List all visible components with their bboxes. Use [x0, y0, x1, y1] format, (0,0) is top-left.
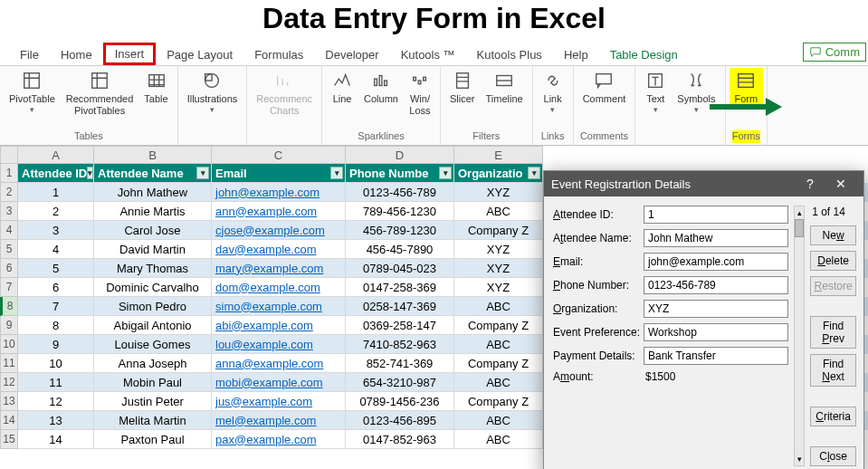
cell-phone[interactable]: 852-741-369: [346, 354, 454, 373]
row-header[interactable]: 4: [0, 221, 18, 240]
text-button[interactable]: Text▾: [639, 68, 672, 117]
cell-phone[interactable]: 0123-456-789: [346, 183, 454, 202]
tab-file[interactable]: File: [9, 44, 50, 65]
close-icon[interactable]: ✕: [825, 177, 856, 191]
timeline-button[interactable]: Timeline: [480, 68, 528, 107]
scroll-down-icon[interactable]: ▾: [795, 453, 804, 465]
row-header[interactable]: 6: [0, 259, 18, 278]
cell-org[interactable]: Company Z: [454, 221, 543, 240]
cell-phone[interactable]: 0123-456-895: [346, 411, 454, 430]
cell-name[interactable]: Justin Peter: [94, 392, 212, 411]
input-payment-details[interactable]: [644, 347, 788, 365]
cell-phone[interactable]: 0147-852-963: [346, 430, 454, 449]
row-header[interactable]: 14: [0, 411, 18, 430]
cell-id[interactable]: 2: [18, 202, 94, 221]
cell-email[interactable]: ann@example.com: [212, 202, 346, 221]
cell-org[interactable]: XYZ: [454, 183, 543, 202]
comments-button[interactable]: Comm: [803, 43, 866, 62]
cell-email[interactable]: anna@example.com: [212, 354, 346, 373]
cell-org[interactable]: XYZ: [454, 278, 543, 297]
input-organization[interactable]: [644, 300, 788, 318]
table-header[interactable]: Phone Numbe▾: [346, 164, 454, 183]
row-header[interactable]: 12: [0, 373, 18, 392]
tab-help[interactable]: Help: [553, 44, 599, 65]
cell-id[interactable]: 11: [18, 373, 94, 392]
row-header[interactable]: 7: [0, 278, 18, 297]
recommended-pivottables-button[interactable]: Recommended PivotTables: [61, 68, 139, 119]
cell-name[interactable]: Annie Martis: [94, 202, 212, 221]
cell-id[interactable]: 10: [18, 354, 94, 373]
row-header[interactable]: 5: [0, 240, 18, 259]
col-header-e[interactable]: E: [454, 146, 543, 164]
cell-id[interactable]: 14: [18, 430, 94, 449]
cell-name[interactable]: Paxton Paul: [94, 430, 212, 449]
cell-phone[interactable]: 0369-258-147: [346, 316, 454, 335]
table-header[interactable]: Email▾: [212, 164, 346, 183]
scroll-thumb[interactable]: [795, 219, 804, 237]
pivottable-button[interactable]: PivotTable▾: [4, 68, 61, 117]
cell-name[interactable]: Dominic Carvalho: [94, 278, 212, 297]
criteria-button[interactable]: Criteria: [810, 407, 856, 426]
cell-id[interactable]: 7: [18, 297, 94, 316]
find-next-button[interactable]: Find Next: [810, 354, 856, 387]
tab-developer[interactable]: Developer: [314, 44, 389, 65]
table-header[interactable]: Attendee Name▾: [94, 164, 212, 183]
cell-id[interactable]: 12: [18, 392, 94, 411]
input-event-preference[interactable]: [644, 323, 788, 341]
table-header[interactable]: Attendee ID▾: [18, 164, 94, 183]
tab-table-design[interactable]: Table Design: [599, 44, 689, 65]
cell-email[interactable]: simo@example.com: [212, 297, 346, 316]
new-button[interactable]: New: [810, 225, 856, 245]
row-header[interactable]: 15: [0, 430, 18, 449]
tab-home[interactable]: Home: [50, 44, 103, 65]
col-header-b[interactable]: B: [94, 146, 212, 164]
cell-phone[interactable]: 789-456-1230: [346, 202, 454, 221]
cell-id[interactable]: 4: [18, 240, 94, 259]
cell-org[interactable]: ABC: [454, 297, 543, 316]
table-button[interactable]: Table: [138, 68, 173, 107]
filter-icon[interactable]: ▾: [528, 167, 540, 179]
row-header[interactable]: 1: [0, 164, 18, 183]
input-attendee-name[interactable]: [644, 229, 788, 247]
row-header[interactable]: 8: [0, 297, 18, 316]
cell-org[interactable]: XYZ: [454, 259, 543, 278]
cell-name[interactable]: Anna Joseph: [94, 354, 212, 373]
cell-id[interactable]: 13: [18, 411, 94, 430]
filter-icon[interactable]: ▾: [330, 167, 343, 179]
cell-name[interactable]: Louise Gomes: [94, 335, 212, 354]
input-phone[interactable]: [644, 276, 788, 294]
cell-name[interactable]: David Martin: [94, 240, 212, 259]
col-header-a[interactable]: A: [18, 146, 94, 164]
cell-id[interactable]: 6: [18, 278, 94, 297]
cell-org[interactable]: XYZ: [454, 240, 543, 259]
tab-kutools-plus[interactable]: Kutools Plus: [466, 44, 553, 65]
cell-name[interactable]: Melita Martin: [94, 411, 212, 430]
cell-email[interactable]: cjose@example.com: [212, 221, 346, 240]
row-header[interactable]: 3: [0, 202, 18, 221]
cell-email[interactable]: dom@example.com: [212, 278, 346, 297]
cell-phone[interactable]: 0147-258-369: [346, 278, 454, 297]
col-header-c[interactable]: C: [212, 146, 346, 164]
filter-icon[interactable]: ▾: [87, 167, 93, 179]
cell-org[interactable]: Company Z: [454, 354, 543, 373]
cell-name[interactable]: John Mathew: [94, 183, 212, 202]
cell-org[interactable]: ABC: [454, 430, 543, 449]
comment-button[interactable]: Comment: [577, 68, 632, 107]
link-button[interactable]: Link▾: [537, 68, 569, 117]
cell-name[interactable]: Mobin Paul: [94, 373, 212, 392]
cell-org[interactable]: ABC: [454, 373, 543, 392]
cell-id[interactable]: 1: [18, 183, 94, 202]
tab-kutools[interactable]: Kutools ™: [390, 44, 466, 65]
cell-id[interactable]: 9: [18, 335, 94, 354]
cell-name[interactable]: Mary Thomas: [94, 259, 212, 278]
cell-phone[interactable]: 654-3210-987: [346, 373, 454, 392]
illustrations-button[interactable]: Illustrations▾: [182, 68, 243, 117]
cell-id[interactable]: 5: [18, 259, 94, 278]
select-all-corner[interactable]: [0, 146, 18, 164]
cell-email[interactable]: john@example.com: [212, 183, 346, 202]
cell-phone[interactable]: 0789-1456-236: [346, 392, 454, 411]
cell-org[interactable]: ABC: [454, 335, 543, 354]
table-header[interactable]: Organizatio▾: [454, 164, 543, 183]
find-prev-button[interactable]: Find Prev: [810, 316, 856, 349]
filter-icon[interactable]: ▾: [439, 167, 452, 179]
